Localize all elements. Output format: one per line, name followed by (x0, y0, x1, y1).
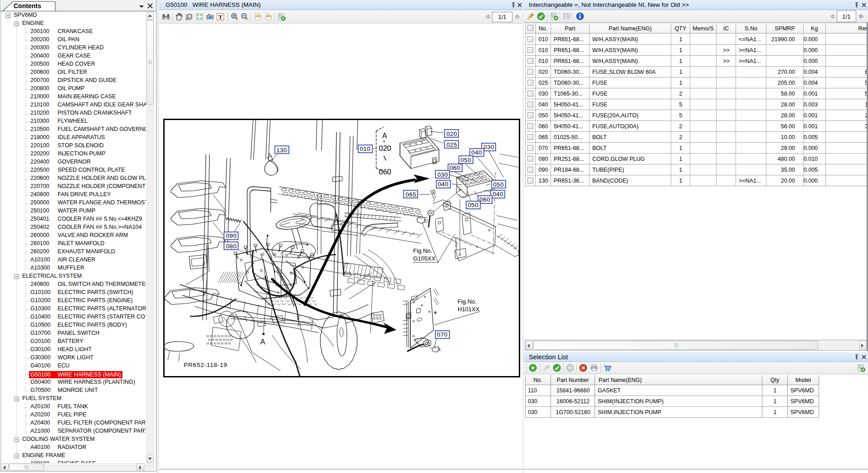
svg-text:080: 080 (226, 243, 237, 250)
svg-text:040: 040 (438, 181, 449, 188)
svg-text:Fig.No.: Fig.No. (458, 298, 477, 305)
svg-text:Fig.No.: Fig.No. (413, 247, 432, 254)
svg-text:065: 065 (405, 191, 416, 198)
svg-text:H101XX: H101XX (458, 306, 480, 313)
svg-text:130: 130 (276, 147, 287, 154)
svg-text:T: T (219, 14, 223, 20)
svg-text:010: 010 (360, 145, 371, 152)
svg-text:A: A (382, 132, 387, 140)
svg-text:090: 090 (226, 232, 237, 239)
svg-text:040: 040 (493, 191, 503, 198)
svg-text:040: 040 (471, 149, 482, 156)
svg-text:050: 050 (468, 202, 478, 208)
svg-text:050: 050 (460, 157, 471, 164)
svg-text:050: 050 (493, 181, 504, 188)
svg-text:025: 025 (446, 141, 457, 148)
svg-text:060: 060 (379, 168, 391, 176)
svg-text:030: 030 (437, 171, 448, 178)
svg-text:070: 070 (437, 331, 448, 338)
svg-text:060: 060 (479, 196, 490, 203)
svg-text:A: A (260, 338, 265, 346)
svg-text:020: 020 (379, 144, 391, 152)
svg-text:030: 030 (483, 144, 494, 150)
svg-text:G105XX: G105XX (413, 255, 435, 262)
svg-text:PR652-118-19: PR652-118-19 (184, 362, 227, 368)
svg-text:060: 060 (449, 164, 460, 171)
svg-text:020: 020 (446, 130, 457, 137)
